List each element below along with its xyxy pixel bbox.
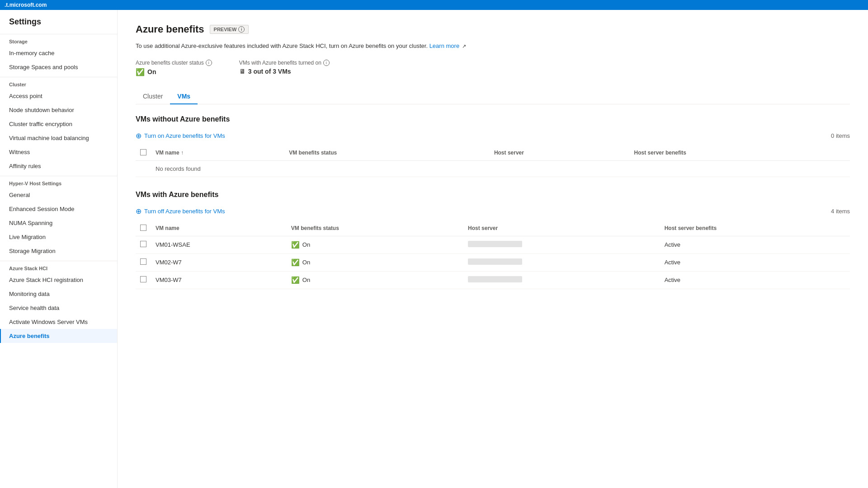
tab-cluster[interactable]: Cluster <box>136 89 170 104</box>
tab-vms[interactable]: VMs <box>170 89 198 104</box>
status-text: On <box>302 259 310 266</box>
vms-icon: 🖥 <box>239 68 245 75</box>
host-server-redacted <box>468 258 522 265</box>
sidebar-item-witness[interactable]: Witness <box>0 145 117 159</box>
preview-badge: PREVIEW i <box>210 25 249 34</box>
sidebar-item-numa-spanning[interactable]: NUMA Spanning <box>0 216 117 230</box>
sidebar-title: Settings <box>0 10 117 31</box>
vms-with-count: 4 items <box>831 208 850 215</box>
sidebar-item-monitoring-data[interactable]: Monitoring data <box>0 287 117 301</box>
row-checkbox-2[interactable] <box>140 276 146 282</box>
learn-more-link[interactable]: Learn more <box>429 42 459 49</box>
checkbox-col-header <box>136 145 151 161</box>
sidebar-section-storage: Storage <box>0 34 117 46</box>
domain-text: .t.microsoft.com <box>5 2 47 8</box>
vms-with-title: VMs with Azure benefits <box>136 191 850 199</box>
vm-name-cell: VM02-W7 <box>151 253 287 271</box>
vm-status-cell: ✅ On <box>287 236 463 253</box>
table-row: VM01-WSAE ✅ On Active <box>136 236 850 253</box>
sidebar-item-general[interactable]: General <box>0 188 117 202</box>
host-server-cell <box>463 253 660 271</box>
vms-status-info-icon[interactable]: i <box>323 60 330 66</box>
sidebar-item-vm-load-balancing[interactable]: Virtual machine load balancing <box>0 131 117 145</box>
plus-circle-icon: ⊕ <box>136 131 142 140</box>
vms-without-section: VMs without Azure benefits ⊕ Turn on Azu… <box>136 115 850 177</box>
vm-name-col-header: VM name <box>151 221 287 236</box>
host-server-cell <box>463 271 660 289</box>
vms-without-count: 0 items <box>831 132 850 139</box>
vms-status-label: VMs with Azure benefits turned on i <box>239 60 330 66</box>
tab-bar: Cluster VMs <box>136 89 850 104</box>
select-all-checkbox-with[interactable] <box>140 225 146 231</box>
row-checkbox-cell <box>136 236 151 253</box>
sidebar-item-affinity-rules[interactable]: Affinity rules <box>0 159 117 173</box>
domain-bar: .t.microsoft.com <box>0 0 868 10</box>
sidebar-item-service-health[interactable]: Service health data <box>0 301 117 315</box>
select-all-checkbox-without[interactable] <box>140 149 146 155</box>
status-check-icon: ✅ <box>291 276 300 284</box>
sidebar-item-in-memory-cache[interactable]: In-memory cache <box>0 46 117 60</box>
row-checkbox-1[interactable] <box>140 258 146 265</box>
preview-info-icon[interactable]: i <box>238 26 245 33</box>
host-benefits-cell: Active <box>660 236 850 253</box>
row-checkbox-0[interactable] <box>140 241 146 247</box>
sidebar-item-storage-migration[interactable]: Storage Migration <box>0 244 117 258</box>
vms-with-section: VMs with Azure benefits ⊕ Turn off Azure… <box>136 191 850 289</box>
cluster-status-value: ✅ On <box>136 68 212 76</box>
host-server-col-header: Host server <box>463 221 660 236</box>
vm-name-cell: VM01-WSAE <box>151 236 287 253</box>
checkbox-col-header-with <box>136 221 151 236</box>
vm-status-cell: ✅ On <box>287 253 463 271</box>
sidebar-item-access-point[interactable]: Access point <box>0 89 117 103</box>
sidebar-item-storage-spaces[interactable]: Storage Spaces and pools <box>0 60 117 74</box>
vms-status-group: VMs with Azure benefits turned on i 🖥 3 … <box>239 60 330 76</box>
turn-off-benefits-button[interactable]: ⊕ Turn off Azure benefits for VMs <box>136 205 225 217</box>
row-checkbox-cell <box>136 271 151 289</box>
minus-circle-icon: ⊕ <box>136 207 142 216</box>
sidebar-item-activate-windows[interactable]: Activate Windows Server VMs <box>0 315 117 329</box>
no-records-row: No records found <box>136 160 850 177</box>
table-row: VM03-W7 ✅ On Active <box>136 271 850 289</box>
row-checkbox-cell <box>136 253 151 271</box>
cluster-status-group: Azure benefits cluster status i ✅ On <box>136 60 212 76</box>
host-server-redacted <box>468 241 522 247</box>
cluster-status-info-icon[interactable]: i <box>206 60 212 66</box>
vms-without-title: VMs without Azure benefits <box>136 115 850 123</box>
no-records-cell: No records found <box>151 160 850 177</box>
vm-benefits-status-col-header: VM benefits status <box>287 221 463 236</box>
status-row: Azure benefits cluster status i ✅ On VMs… <box>136 60 850 76</box>
vms-without-table: VM name ↑ VM benefits status Host server… <box>136 145 850 177</box>
sidebar-item-enhanced-session[interactable]: Enhanced Session Mode <box>0 202 117 216</box>
sidebar-item-azure-benefits[interactable]: Azure benefits <box>0 329 117 343</box>
vms-with-action-bar: ⊕ Turn off Azure benefits for VMs 4 item… <box>136 205 850 217</box>
host-benefits-cell: Active <box>660 271 850 289</box>
sidebar-item-azure-stack-reg[interactable]: Azure Stack HCI registration <box>0 273 117 287</box>
status-text: On <box>302 241 310 248</box>
table-row: VM02-W7 ✅ On Active <box>136 253 850 271</box>
preview-label: PREVIEW <box>214 27 237 32</box>
page-header: Azure benefits PREVIEW i <box>136 23 850 35</box>
host-benefits-cell: Active <box>660 253 850 271</box>
sidebar-section-cluster: Cluster <box>0 77 117 89</box>
host-server-benefits-col-header: Host server benefits <box>660 221 850 236</box>
sort-icon[interactable]: ↑ <box>181 150 184 156</box>
host-server-benefits-header: Host server benefits <box>630 145 850 161</box>
sidebar-item-live-migration[interactable]: Live Migration <box>0 230 117 244</box>
no-records-check-cell <box>136 160 151 177</box>
host-server-cell <box>463 236 660 253</box>
vm-name-cell: VM03-W7 <box>151 271 287 289</box>
page-description: To use additional Azure-exclusive featur… <box>136 42 850 51</box>
cluster-on-icon: ✅ <box>136 68 145 76</box>
vms-with-table: VM name VM benefits status Host server H… <box>136 221 850 289</box>
sidebar-item-cluster-traffic[interactable]: Cluster traffic encryption <box>0 117 117 131</box>
host-server-header: Host server <box>490 145 630 161</box>
vms-status-value: 🖥 3 out of 3 VMs <box>239 68 330 75</box>
page-title: Azure benefits <box>136 23 204 35</box>
sidebar-item-node-shutdown[interactable]: Node shutdown behavior <box>0 103 117 117</box>
turn-on-benefits-button[interactable]: ⊕ Turn on Azure benefits for VMs <box>136 130 225 142</box>
vm-benefits-status-header: VM benefits status <box>284 145 490 161</box>
external-link-icon: ↗ <box>462 43 466 49</box>
host-server-redacted <box>468 276 522 282</box>
vms-with-header-row: VM name VM benefits status Host server H… <box>136 221 850 236</box>
status-check-icon: ✅ <box>291 241 300 249</box>
